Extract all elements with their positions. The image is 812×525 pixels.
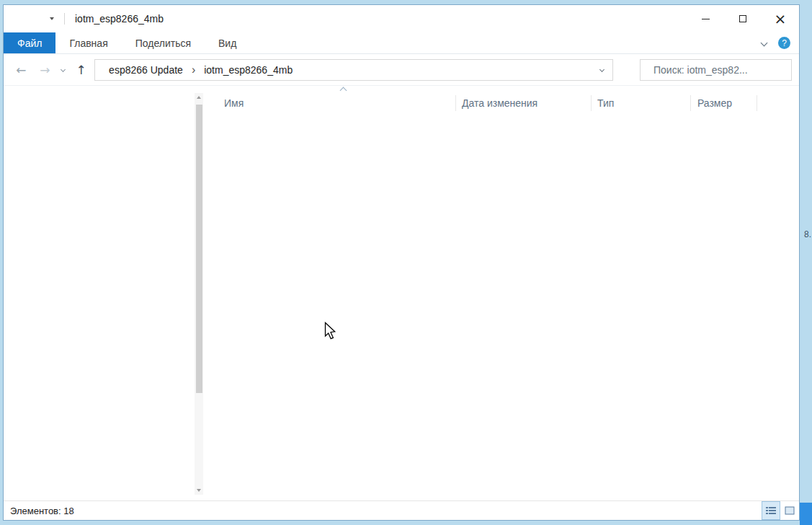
details-view-icon: [766, 506, 776, 515]
help-button[interactable]: ?: [778, 37, 790, 49]
maximize-icon: [739, 15, 746, 22]
breadcrumb-separator-icon[interactable]: ›: [189, 63, 197, 76]
breadcrumb-segment[interactable]: esp8266 Update: [105, 64, 187, 76]
address-bar-row: ← → ↑ esp8266 Update › iotm_esp8266_4mb: [4, 54, 799, 86]
column-header-name[interactable]: Имя: [218, 95, 456, 111]
back-button[interactable]: ←: [11, 63, 32, 77]
titlebar-separator: [64, 13, 65, 25]
maximize-button[interactable]: [724, 5, 762, 32]
expand-ribbon-chevron-icon[interactable]: [761, 40, 768, 47]
details-view-button[interactable]: [762, 501, 780, 520]
scroll-up-icon[interactable]: [195, 93, 203, 102]
column-header-row: Имя Дата изменения Тип Размер: [218, 92, 799, 115]
items-count: Элементов: 18: [10, 506, 74, 516]
scrollbar-thumb[interactable]: [196, 105, 202, 393]
up-button[interactable]: ↑: [71, 63, 92, 77]
search-input[interactable]: [653, 64, 784, 76]
close-icon: ×: [775, 12, 787, 26]
window-title: iotm_esp8266_4mb: [75, 13, 164, 25]
column-header-date-modified[interactable]: Дата изменения: [456, 95, 592, 111]
thumbnail-view-icon: [785, 506, 795, 515]
file-list-pane: Имя Дата изменения Тип Размер: [207, 86, 799, 500]
forward-button[interactable]: →: [35, 63, 55, 77]
thumbnail-view-button[interactable]: [780, 501, 799, 520]
mouse-cursor-icon: [324, 322, 338, 345]
navigation-pane: [4, 86, 207, 500]
minimize-button[interactable]: [687, 5, 724, 32]
minimize-icon: [702, 19, 710, 19]
address-dropdown-icon[interactable]: [600, 68, 607, 71]
scroll-down-icon[interactable]: [195, 486, 203, 495]
tab-view[interactable]: Вид: [205, 32, 250, 53]
recent-locations-dropdown[interactable]: [58, 68, 68, 71]
desktop-background: iotm_esp8266_4mb × Файл Главная Поделить…: [0, 0, 812, 525]
qat-dropdown-icon[interactable]: [50, 17, 54, 20]
status-bar: Элементов: 18: [4, 500, 799, 520]
ribbon-tab-bar: Файл Главная Поделиться Вид ?: [4, 32, 799, 54]
search-box[interactable]: [640, 59, 792, 81]
close-button[interactable]: ×: [762, 5, 799, 32]
desktop-icon-label-fragment: 8.: [804, 229, 811, 239]
column-header-size[interactable]: Размер: [691, 95, 757, 111]
sidebar-scrollbar[interactable]: [195, 93, 203, 495]
desktop-blue-tile: [800, 503, 812, 525]
tab-share[interactable]: Поделиться: [122, 32, 205, 53]
breadcrumb-segment[interactable]: iotm_esp8266_4mb: [200, 64, 296, 76]
sort-ascending-icon: [340, 87, 347, 94]
tab-home[interactable]: Главная: [55, 32, 121, 53]
quick-access-toolbar: [32, 17, 54, 20]
title-bar: iotm_esp8266_4mb ×: [4, 5, 799, 32]
column-header-type[interactable]: Тип: [592, 95, 691, 111]
explorer-window: iotm_esp8266_4mb × Файл Главная Поделить…: [3, 4, 800, 521]
tab-file[interactable]: Файл: [4, 32, 55, 53]
address-bar[interactable]: esp8266 Update › iotm_esp8266_4mb: [94, 59, 613, 81]
